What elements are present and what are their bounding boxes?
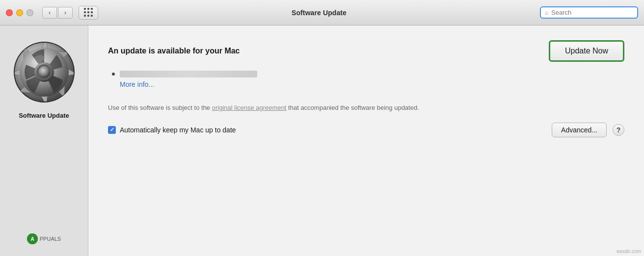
bullet-point — [112, 73, 115, 76]
watermark: wsxdn.com — [617, 249, 641, 254]
license-text: Use of this software is subject to the o… — [108, 103, 442, 113]
maximize-button[interactable] — [27, 9, 33, 16]
more-info-link[interactable]: More info... — [120, 80, 624, 88]
grid-dots-icon — [84, 8, 93, 17]
appuals-icon: A — [27, 233, 38, 244]
update-item-text-blurred — [120, 71, 257, 77]
search-bar[interactable]: ⌕ — [540, 6, 638, 19]
title-bar: ‹ › Software Update ⌕ — [0, 0, 644, 26]
nav-buttons: ‹ › — [42, 7, 73, 19]
window-title: Software Update — [102, 9, 536, 17]
sidebar-label: Software Update — [19, 112, 69, 119]
search-icon: ⌕ — [545, 9, 549, 16]
appuals-logo: A PPUALS — [27, 233, 61, 246]
svg-text:A: A — [30, 236, 34, 242]
appuals-text: PPUALS — [40, 236, 61, 242]
checkmark-icon: ✓ — [110, 127, 114, 133]
main-container: Software Update A PPUALS An update is av… — [0, 26, 644, 256]
traffic-lights — [6, 9, 33, 16]
auto-update-checkbox-wrapper: ✓ Automatically keep my Mac up to date — [108, 126, 236, 134]
bottom-bar: ✓ Automatically keep my Mac up to date A… — [108, 123, 624, 137]
svg-point-5 — [38, 66, 50, 78]
update-item — [108, 71, 624, 77]
update-now-button[interactable]: Update Now — [549, 40, 624, 62]
search-input[interactable] — [551, 9, 633, 16]
update-title: An update is available for your Mac — [108, 47, 240, 55]
license-link[interactable]: original license agreement — [212, 104, 287, 111]
license-text-after: that accompanied the software being upda… — [286, 104, 419, 111]
help-button[interactable]: ? — [613, 124, 624, 136]
content-area: An update is available for your Mac Upda… — [88, 26, 644, 256]
sidebar: Software Update A PPUALS — [0, 26, 88, 256]
auto-update-label: Automatically keep my Mac up to date — [120, 126, 236, 134]
minimize-button[interactable] — [16, 9, 23, 16]
license-text-before: Use of this software is subject to the — [108, 104, 212, 111]
update-header: An update is available for your Mac Upda… — [108, 40, 624, 62]
grid-view-button[interactable] — [79, 6, 98, 20]
forward-button[interactable]: › — [58, 7, 73, 19]
advanced-button[interactable]: Advanced... — [552, 123, 607, 137]
back-button[interactable]: ‹ — [42, 7, 57, 19]
auto-update-checkbox[interactable]: ✓ — [108, 126, 116, 134]
gear-icon-wrapper — [12, 40, 76, 104]
close-button[interactable] — [6, 9, 13, 16]
gear-icon — [12, 40, 76, 104]
